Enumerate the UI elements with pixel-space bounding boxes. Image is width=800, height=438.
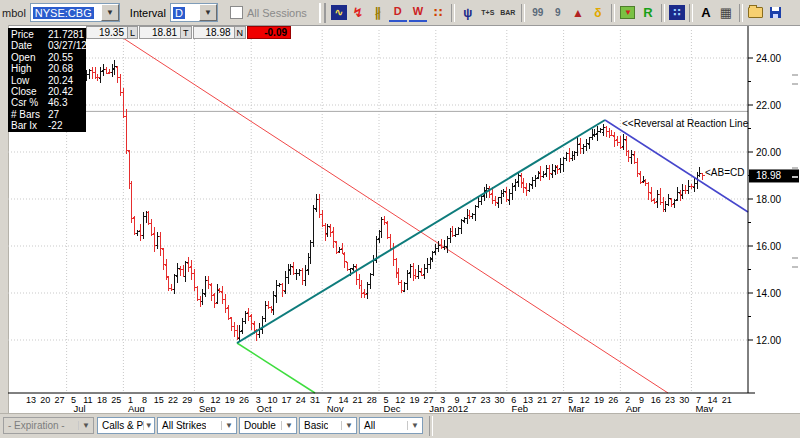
data-panel-row: Low20.24 — [11, 75, 86, 86]
data-panel-label: Close — [11, 86, 48, 97]
bar-data-icon[interactable]: BAR — [499, 4, 517, 21]
data-panel-value: 20.55 — [48, 52, 73, 63]
t-value: 18.81 — [139, 26, 181, 39]
chevron-down-icon[interactable]: ▼ — [199, 4, 217, 21]
wave-indicator-icon[interactable]: ∿ — [331, 5, 347, 20]
x-tick-label: 26 — [608, 395, 618, 405]
data-panel-label: Date — [11, 40, 48, 51]
bars-slash-icon[interactable]: ∦ — [369, 4, 387, 21]
edge-grip[interactable] — [792, 257, 798, 268]
r-icon[interactable]: R — [639, 4, 657, 21]
matrix-icon[interactable]: ∷ — [669, 5, 685, 20]
x-tick-label: 23 — [665, 395, 675, 405]
symbol-field-label: mbol — [2, 7, 26, 19]
data-panel-label: # Bars — [11, 109, 48, 120]
month-label: Sep — [199, 403, 216, 412]
price-tick-label: 20.00 — [756, 147, 781, 158]
interval-combobox[interactable]: D ▼ — [170, 3, 218, 22]
nine-icon[interactable]: 9 — [549, 4, 567, 21]
open-folder-icon[interactable] — [747, 4, 765, 21]
x-tick-label: 30 — [495, 395, 505, 405]
chevron-down-icon[interactable]: ▼ — [281, 421, 296, 430]
x-tick-label: 31 — [310, 395, 320, 405]
edge-grip[interactable] — [792, 167, 798, 178]
data-panel-value: 03/27/12 — [48, 40, 87, 51]
x-tick-label: 25 — [111, 395, 121, 405]
dropdown-selected-value: - Expiration - — [4, 420, 65, 431]
data-panel-value: 21.7281 — [48, 29, 84, 40]
filter-dropdown-all[interactable]: All▼ — [359, 417, 423, 434]
price-tick-label: 22.00 — [756, 100, 781, 111]
all-sessions-label: All Sessions — [247, 7, 307, 19]
toolbar-separator — [611, 4, 615, 22]
toolbar-separator — [521, 4, 525, 22]
save-icon[interactable] — [767, 4, 785, 21]
n-tag: N — [235, 26, 247, 39]
x-tick-label: 18 — [97, 395, 107, 405]
all-sessions-checkbox[interactable] — [230, 6, 243, 19]
x-tick-label: 19 — [594, 395, 604, 405]
tv-chart-icon[interactable]: ▼ — [619, 4, 637, 21]
data-panel-value: 20.42 — [48, 86, 73, 97]
text-tool-icon[interactable]: A — [697, 4, 715, 21]
net-change-value: -0.09 — [247, 26, 291, 39]
price-tick-label: 18.00 — [756, 194, 781, 205]
uptrend-line — [237, 120, 605, 343]
data-panel-label: Low — [11, 75, 48, 86]
chart-canvas[interactable]: 24.0022.0020.0018.0016.0014.0012.00<<Rev… — [8, 26, 800, 412]
downtrend-blue-line — [605, 120, 748, 212]
x-tick-label: 13 — [26, 395, 36, 405]
tv-chart-icon: ▼ — [620, 6, 635, 19]
filter-dropdown-calls-puts[interactable]: Calls & Puts▼ — [97, 417, 155, 434]
month-label: Oct — [257, 403, 272, 412]
x-tick-label: 24 — [296, 395, 306, 405]
symbol-value: NYSE:CBG — [33, 7, 94, 19]
month-label: Aug — [128, 403, 145, 412]
last-price-value: 19.35 — [86, 26, 128, 39]
time-sales-icon[interactable]: T+S — [479, 4, 497, 21]
data-panel-row: # Bars27 — [11, 109, 86, 120]
grid-icon[interactable]: ▦ — [717, 4, 735, 21]
x-tick-label: 17 — [282, 395, 292, 405]
w-lines-icon[interactable]: W — [409, 3, 427, 22]
double-nine-icon[interactable]: 99 — [529, 4, 547, 21]
filter-dropdown-basic[interactable]: Basic▼ — [299, 417, 357, 434]
price-tick-label: 14.00 — [756, 288, 781, 299]
chevron-down-icon[interactable]: ▼ — [143, 421, 154, 430]
edge-grip[interactable] — [792, 74, 798, 85]
x-tick-label: 21 — [537, 395, 547, 405]
chevron-down-icon[interactable]: ▼ — [78, 421, 93, 430]
data-panel-value: 20.24 — [48, 75, 73, 86]
flame-icon[interactable]: ▲ — [569, 4, 587, 21]
x-tick-label: 29 — [182, 395, 192, 405]
x-tick-label: 19 — [409, 395, 419, 405]
x-tick-label: 27 — [551, 395, 561, 405]
x-tick-label: 30 — [679, 395, 689, 405]
top-toolbar: mbol NYSE:CBG ▼ Interval D ▼ All Session… — [0, 0, 800, 26]
data-panel-row: Price21.7281 — [11, 29, 86, 40]
filter-dropdown-double[interactable]: Double▼ — [239, 417, 297, 434]
price-tick-label: 16.00 — [756, 241, 781, 252]
d-lines-icon[interactable]: D — [389, 3, 407, 22]
zigzag-trendline-icon[interactable]: ↯ — [349, 4, 367, 21]
chevron-down-icon[interactable]: ▼ — [341, 421, 356, 430]
data-panel-row: High20.68 — [11, 63, 86, 74]
all-sessions-checkbox-group[interactable]: All Sessions — [230, 6, 307, 19]
delta-icon[interactable]: δ — [589, 4, 607, 21]
symbol-combobox[interactable]: NYSE:CBG ▼ — [30, 3, 120, 22]
profile-icon[interactable]: ψ — [459, 4, 477, 21]
price-tick-label: 12.00 — [756, 335, 781, 346]
x-tick-label: 21 — [722, 395, 732, 405]
chevron-down-icon[interactable]: ▼ — [101, 4, 119, 21]
filter-dropdown-expiration[interactable]: - Expiration -▼ — [3, 417, 94, 434]
quote-dots-icon[interactable]: ∷ — [429, 4, 447, 21]
filter-dropdown-all-strikes[interactable]: All Strikes▼ — [157, 417, 237, 434]
x-tick-label: 21 — [353, 395, 363, 405]
chevron-down-icon[interactable]: ▼ — [407, 421, 422, 430]
price-chart[interactable]: 24.0022.0020.0018.0016.0014.0012.00<<Rev… — [8, 26, 800, 412]
dropdown-selected-value: All Strikes — [158, 420, 206, 431]
chevron-down-icon[interactable]: ▼ — [221, 421, 236, 430]
x-tick-label: 16 — [651, 395, 661, 405]
month-label: Apr — [626, 403, 641, 412]
interval-label: Interval — [130, 7, 166, 19]
